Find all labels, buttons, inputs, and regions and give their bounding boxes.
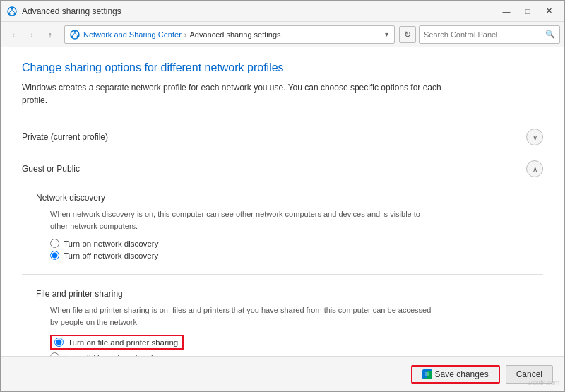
- back-button[interactable]: ‹: [5, 26, 22, 43]
- forward-button[interactable]: ›: [23, 26, 40, 43]
- title-bar: Advanced sharing settings — □ ✕: [1, 1, 564, 22]
- nav-arrows: ‹ › ↑: [5, 26, 59, 43]
- footer: Save changes Cancel: [1, 356, 564, 391]
- svg-point-8: [71, 35, 73, 37]
- watermark: wsxdn.com: [528, 379, 559, 386]
- save-changes-label: Save changes: [435, 369, 489, 379]
- radio-turn-on-file-sharing-input[interactable]: [54, 338, 64, 347]
- address-dropdown-button[interactable]: ▾: [383, 30, 390, 38]
- svg-line-5: [12, 9, 15, 12]
- maximize-button[interactable]: □: [518, 4, 537, 19]
- svg-point-9: [77, 35, 79, 37]
- guest-public-profile-chevron: ∧: [526, 160, 543, 177]
- network-discovery-section: Network discovery When network discovery…: [22, 184, 543, 268]
- refresh-button[interactable]: ↻: [399, 26, 416, 43]
- svg-point-2: [8, 12, 11, 14]
- window-title: Advanced sharing settings: [22, 6, 496, 16]
- private-profile-section: Private (current profile) ∨: [22, 121, 543, 153]
- breadcrumb: Network and Sharing Center › Advanced sh…: [83, 30, 383, 39]
- search-icon[interactable]: 🔍: [545, 30, 555, 39]
- cancel-label: Cancel: [516, 369, 542, 379]
- search-box[interactable]: 🔍: [419, 25, 560, 44]
- file-printer-sharing-title: File and printer sharing: [36, 289, 543, 299]
- up-button[interactable]: ↑: [42, 26, 59, 43]
- content-area: Change sharing options for different net…: [1, 47, 564, 356]
- private-profile-header[interactable]: Private (current profile) ∨: [22, 121, 543, 153]
- radio-turn-on-file-sharing[interactable]: Turn on file and printer sharing: [50, 335, 184, 350]
- radio-turn-on-network-discovery-label: Turn on network discovery: [64, 239, 158, 248]
- guest-public-profile-header[interactable]: Guest or Public ∧: [22, 153, 543, 184]
- main-window: Advanced sharing settings — □ ✕ ‹ › ↑: [0, 0, 565, 392]
- radio-turn-on-network-discovery-input[interactable]: [50, 239, 59, 248]
- file-printer-sharing-options: Turn on file and printer sharing Turn of…: [50, 335, 543, 356]
- radio-turn-on-file-sharing-label: Turn on file and printer sharing: [68, 338, 178, 347]
- svg-rect-14: [425, 372, 429, 376]
- file-printer-sharing-section: File and printer sharing When file and p…: [22, 280, 543, 356]
- address-bar[interactable]: Network and Sharing Center › Advanced sh…: [64, 25, 395, 44]
- search-input[interactable]: [424, 30, 545, 39]
- window-controls: — □ ✕: [496, 4, 559, 19]
- minimize-button[interactable]: —: [496, 4, 516, 19]
- svg-line-10: [73, 32, 76, 35]
- radio-turn-off-network-discovery[interactable]: Turn off network discovery: [50, 251, 543, 260]
- section-divider: [22, 274, 543, 275]
- svg-line-4: [10, 9, 13, 12]
- svg-line-11: [75, 32, 78, 35]
- network-discovery-title: Network discovery: [36, 193, 543, 203]
- private-profile-chevron: ∨: [526, 129, 543, 145]
- network-discovery-options: Turn on network discovery Turn off netwo…: [50, 239, 543, 260]
- address-icon: [69, 29, 81, 40]
- guest-public-profile-section: Guest or Public ∧ Network discovery When…: [22, 153, 543, 356]
- svg-point-3: [14, 12, 16, 14]
- page-description: Windows creates a separate network profi…: [22, 81, 446, 107]
- page-title: Change sharing options for different net…: [22, 61, 543, 74]
- save-changes-button[interactable]: Save changes: [411, 365, 500, 384]
- save-icon: [422, 369, 432, 379]
- breadcrumb-separator: ›: [184, 30, 187, 39]
- network-discovery-description: When network discovery is on, this compu…: [50, 208, 432, 232]
- radio-turn-off-network-discovery-label: Turn off network discovery: [64, 251, 158, 260]
- guest-public-profile-label: Guest or Public: [22, 164, 80, 174]
- file-printer-sharing-description: When file and printer sharing is on, fil…: [50, 304, 432, 328]
- breadcrumb-current: Advanced sharing settings: [189, 30, 280, 39]
- private-profile-label: Private (current profile): [22, 132, 108, 142]
- svg-point-7: [74, 30, 76, 32]
- breadcrumb-network-sharing[interactable]: Network and Sharing Center: [83, 30, 182, 39]
- window-icon: [6, 6, 18, 17]
- radio-turn-on-network-discovery[interactable]: Turn on network discovery: [50, 239, 543, 248]
- radio-turn-off-network-discovery-input[interactable]: [50, 251, 59, 260]
- nav-bar: ‹ › ↑ Network and Sharing Center › Advan…: [1, 22, 564, 47]
- svg-point-1: [11, 7, 13, 9]
- close-button[interactable]: ✕: [539, 4, 559, 19]
